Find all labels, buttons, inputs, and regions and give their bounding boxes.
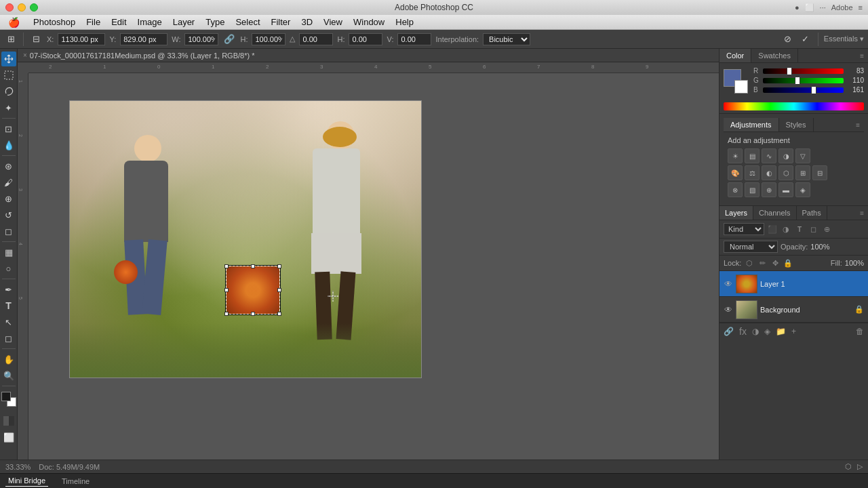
link-icon[interactable]: 🔗	[222, 33, 236, 46]
tab-adjustments[interactable]: Adjustments	[724, 118, 779, 131]
brightness-adj[interactable]: ☀	[728, 148, 743, 163]
spot-heal-tool[interactable]: ⊛	[1, 159, 16, 174]
handle-bm[interactable]	[251, 312, 255, 316]
posterize-adj[interactable]: ▧	[745, 182, 760, 197]
layer-row-bg[interactable]: 👁 Background 🔒	[719, 297, 868, 323]
tab-channels[interactable]: Channels	[753, 206, 796, 220]
path-select-tool[interactable]: ↖	[1, 314, 16, 329]
menu-3d[interactable]: 3D	[296, 16, 318, 28]
color-spectrum[interactable]	[724, 102, 864, 110]
bw-adj[interactable]: ◐	[762, 165, 776, 180]
menu-edit[interactable]: Edit	[106, 16, 132, 28]
zoom-tool[interactable]: 🔍	[1, 368, 16, 383]
tab-styles[interactable]: Styles	[779, 118, 814, 131]
b-slider-track[interactable]	[763, 87, 844, 93]
new-adjustment-icon[interactable]: ◈	[764, 327, 770, 336]
tab-paths[interactable]: Paths	[797, 206, 827, 220]
y-input[interactable]	[120, 33, 167, 45]
menu-filter[interactable]: Filter	[266, 16, 296, 28]
new-group-icon[interactable]: 📁	[776, 327, 786, 336]
menu-layer[interactable]: Layer	[167, 16, 201, 28]
maximize-button[interactable]	[30, 3, 38, 12]
shape-tool[interactable]: ◻	[1, 331, 16, 346]
opacity-value[interactable]: 100%	[810, 243, 835, 251]
invert-adj[interactable]: ⊗	[728, 182, 743, 197]
handle-br[interactable]	[277, 312, 281, 316]
foreground-color-swatch[interactable]	[1, 392, 11, 401]
channelmix-adj[interactable]: ⊞	[795, 165, 810, 180]
gradient-map-adj[interactable]: ▬	[778, 182, 793, 197]
new-layer-icon[interactable]: +	[791, 327, 796, 336]
lasso-tool[interactable]	[1, 84, 16, 99]
cancel-transform-icon[interactable]: ⊘	[781, 33, 795, 46]
tab-color[interactable]: Color	[719, 49, 751, 62]
w-input[interactable]	[184, 33, 218, 45]
blend-mode-select[interactable]: Normal Multiply Screen	[724, 241, 778, 253]
layer-1-visibility[interactable]: 👁	[724, 279, 733, 289]
tab-minibridge[interactable]: Mini Bridge	[5, 475, 48, 487]
filter-shape-icon[interactable]: ◻	[808, 224, 818, 235]
history-brush[interactable]: ↺	[1, 207, 16, 222]
eraser-tool[interactable]: ◻	[1, 224, 16, 239]
handle-tr[interactable]	[277, 264, 281, 268]
move-tool[interactable]	[1, 52, 16, 66]
handle-tm[interactable]	[251, 264, 255, 268]
color-fg-bg[interactable]	[724, 69, 748, 94]
filter-type-icon[interactable]: T	[794, 224, 805, 235]
canvas-area[interactable]: × 07-iStock_000017617181Medium.psd @ 33.…	[18, 49, 719, 460]
gradient-tool[interactable]: ▦	[1, 245, 16, 260]
h-input[interactable]	[252, 33, 285, 45]
essentials-label[interactable]: Essentials ▾	[824, 35, 864, 43]
add-style-icon[interactable]: fx	[739, 326, 747, 337]
x-input[interactable]	[58, 33, 105, 45]
menu-image[interactable]: Image	[132, 16, 167, 28]
levels-adj[interactable]: ▤	[745, 148, 760, 163]
g-slider-thumb[interactable]	[795, 77, 800, 85]
h2-input[interactable]	[349, 33, 382, 45]
handle-tl[interactable]	[224, 264, 229, 268]
exposure-adj[interactable]: ◑	[778, 148, 793, 163]
layer-bg-visibility[interactable]: 👁	[724, 305, 733, 314]
wand-tool[interactable]: ✦	[1, 100, 16, 115]
stamp-tool[interactable]: ⊕	[1, 191, 16, 206]
panel-options-icon[interactable]: ≡	[856, 49, 868, 62]
link-layers-icon[interactable]: 🔗	[724, 327, 734, 336]
commit-transform-icon[interactable]: ✓	[799, 33, 812, 46]
brush-tool[interactable]: 🖌	[1, 175, 16, 190]
lock-position-icon[interactable]: ✥	[770, 258, 781, 268]
selective-color-adj[interactable]: ◈	[795, 182, 810, 197]
r-slider-thumb[interactable]	[787, 67, 792, 75]
quick-mask-btn[interactable]	[1, 413, 16, 428]
handle-mr[interactable]	[277, 288, 281, 292]
dodge-tool[interactable]: ○	[1, 261, 16, 276]
filter-pixel-icon[interactable]: ⬛	[767, 224, 778, 235]
b-slider-thumb[interactable]	[811, 86, 816, 94]
threshold-adj[interactable]: ⊕	[762, 182, 776, 197]
lock-all-icon[interactable]: 🔒	[783, 258, 793, 268]
hand-tool[interactable]: ✋	[1, 352, 16, 367]
tab-swatches[interactable]: Swatches	[751, 49, 798, 62]
colorbalance-adj[interactable]: ⚖	[745, 165, 760, 180]
handle-bl[interactable]	[224, 312, 229, 316]
menu-photoshop[interactable]: Photoshop	[28, 16, 81, 28]
colorlookup-adj[interactable]: ⊟	[812, 165, 827, 180]
kind-filter-select[interactable]: Kind	[724, 223, 764, 235]
color-swatches[interactable]	[1, 392, 16, 407]
layers-options-icon[interactable]: ≡	[856, 207, 868, 220]
v-input[interactable]	[397, 33, 431, 45]
filter-smart-icon[interactable]: ⊕	[821, 224, 832, 235]
lock-pixels-icon[interactable]: ✏	[757, 258, 768, 268]
menu-view[interactable]: View	[318, 16, 348, 28]
background-color[interactable]	[734, 80, 748, 94]
marquee-tool[interactable]	[1, 68, 16, 83]
layer-row-1[interactable]: 👁 Layer 1	[719, 271, 868, 297]
menu-select[interactable]: Select	[230, 16, 265, 28]
menu-file[interactable]: File	[81, 16, 106, 28]
menu-help[interactable]: Help	[390, 16, 419, 28]
delete-layer-icon[interactable]: 🗑	[856, 327, 864, 336]
status-icon-1[interactable]: ⬡	[845, 462, 852, 471]
apple-menu[interactable]: 🍎	[3, 16, 25, 29]
photo-filter-adj[interactable]: ⬡	[778, 165, 793, 180]
lock-transparent-icon[interactable]: ⬡	[744, 258, 755, 268]
menu-type[interactable]: Type	[200, 16, 230, 28]
